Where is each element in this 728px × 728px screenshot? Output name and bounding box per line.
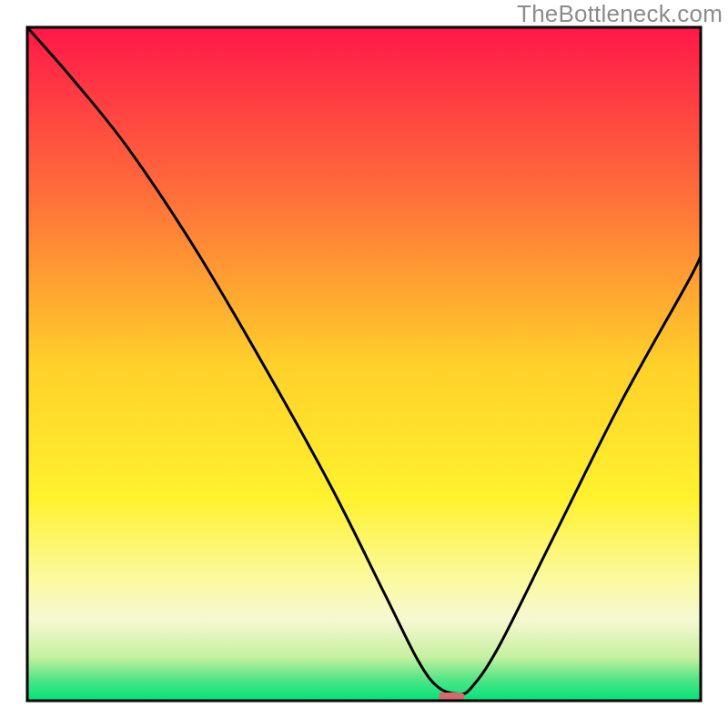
chart-root: TheBottleneck.com bbox=[0, 0, 728, 728]
bottleneck-chart bbox=[0, 0, 728, 728]
plot-background bbox=[27, 27, 701, 701]
watermark-text: TheBottleneck.com bbox=[517, 0, 723, 28]
